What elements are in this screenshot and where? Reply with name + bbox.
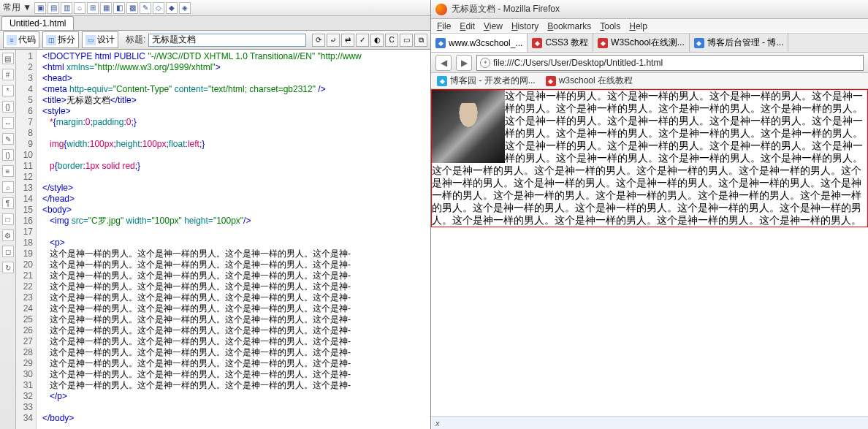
code-tool-icon[interactable]: □ xyxy=(2,213,14,225)
doc-tool-icon[interactable]: ⟳ xyxy=(312,34,325,47)
back-button[interactable]: ◀ xyxy=(435,55,452,71)
code-vertical-toolbar: ▤#*{}↔✎()≡⌕¶□⚙◻↻ xyxy=(0,50,16,429)
insert-icon[interactable]: ⌂ xyxy=(74,2,85,14)
browser-tab[interactable]: ◆www.w3cschool_... xyxy=(431,34,528,52)
code-tool-icon[interactable]: ≡ xyxy=(2,165,14,177)
code-tool-icon[interactable]: * xyxy=(2,85,14,96)
bookmarks-toolbar: ◆博客园 - 开发者的网...◆w3school 在线教程 xyxy=(431,73,868,89)
doc-tool-icon[interactable]: ✓ xyxy=(356,34,369,47)
insert-icon[interactable]: ▣ xyxy=(34,2,46,14)
insert-icon[interactable]: ▦ xyxy=(100,2,112,14)
code-tool-icon[interactable]: ⌕ xyxy=(2,181,14,193)
insert-icon[interactable]: ◧ xyxy=(113,2,125,14)
browser-tab[interactable]: ◆CSS3 教程 xyxy=(528,34,593,52)
tab-label: CSS3 教程 xyxy=(545,37,588,49)
code-editor: ▤#*{}↔✎()≡⌕¶□⚙◻↻ 12345678910111213141516… xyxy=(0,50,430,429)
insert-icon[interactable]: ▥ xyxy=(61,2,72,14)
code-tool-icon[interactable]: ↻ xyxy=(2,262,14,273)
menu-view[interactable]: View xyxy=(484,21,503,31)
insert-icon[interactable]: ▩ xyxy=(126,2,138,14)
doc-title-input[interactable] xyxy=(148,34,306,47)
code-tool-icon[interactable]: {} xyxy=(2,101,14,113)
code-tool-icon[interactable]: () xyxy=(2,149,14,161)
line-gutter: 1234567891011121314151617181920212223242… xyxy=(16,50,37,429)
firefox-statusbar: x xyxy=(431,416,868,429)
doc-tool-icon[interactable]: ⇄ xyxy=(341,34,354,47)
menu-file[interactable]: File xyxy=(437,21,451,31)
tab-label: 博客后台管理 - 博... xyxy=(707,37,784,49)
bookmark-icon: ◆ xyxy=(437,76,447,86)
insert-icons: ▣▤▥⌂⊞▦◧▩✎◇◆◈ xyxy=(34,2,191,14)
doc-tool-icon[interactable]: ▭ xyxy=(400,34,413,47)
firefox-window-title: 无标题文档 - Mozilla Firefox xyxy=(452,3,560,15)
code-icon: ≡ xyxy=(7,35,17,45)
favicon-icon: ◆ xyxy=(598,38,608,48)
address-bar-text: file:///C:/Users/User/Desktop/Untitled-1… xyxy=(493,58,860,68)
browser-tab[interactable]: ◆W3School在线测... xyxy=(593,34,690,52)
doc-tool-icon[interactable]: C xyxy=(385,34,398,47)
tab-label: www.w3cschool_... xyxy=(449,38,522,48)
mode-toolbar: ≡代码 ◫拆分 ▭设计 标题: ⟳⤾⇄✓◐C▭⧉ xyxy=(0,31,430,50)
mode-code-button[interactable]: ≡代码 xyxy=(3,31,39,48)
insert-icon[interactable]: ✎ xyxy=(140,2,151,14)
cristiano-image xyxy=(432,90,505,163)
page-viewport: 这个是神一样的男人。这个是神一样的男人。这个是神一样的男人。这个是神一样的男人。… xyxy=(431,89,868,416)
forward-button[interactable]: ▶ xyxy=(456,55,472,71)
insert-icon[interactable]: ⊞ xyxy=(87,2,99,14)
mode-split-button[interactable]: ◫拆分 xyxy=(42,31,79,48)
code-tool-icon[interactable]: ¶ xyxy=(2,197,14,209)
split-icon: ◫ xyxy=(46,35,56,45)
firefox-nav-bar: ◀ ▶ ✦ file:///C:/Users/User/Desktop/Unti… xyxy=(431,53,868,73)
code-tool-icon[interactable]: ⚙ xyxy=(2,229,14,241)
favicon-icon: ◆ xyxy=(694,38,704,48)
code-area[interactable]: <!DOCTYPE html PUBLIC "-//W3C//DTD XHTML… xyxy=(37,50,430,429)
address-bar[interactable]: ✦ file:///C:/Users/User/Desktop/Untitled… xyxy=(476,55,864,71)
menu-history[interactable]: History xyxy=(511,21,538,31)
globe-icon: ✦ xyxy=(480,58,490,68)
doc-tool-icon[interactable]: ⤾ xyxy=(327,34,340,47)
tab-label: W3School在线测... xyxy=(611,37,685,49)
code-tool-icon[interactable]: ▤ xyxy=(2,53,14,64)
insert-icon[interactable]: ▤ xyxy=(47,2,59,14)
doc-tool-icon[interactable]: ⧉ xyxy=(414,34,427,47)
favicon-icon: ◆ xyxy=(435,38,446,48)
design-icon: ▭ xyxy=(85,35,96,45)
insert-toolbar: 常用 ▼ ▣▤▥⌂⊞▦◧▩✎◇◆◈ xyxy=(0,0,430,16)
bookmark-label: w3school 在线教程 xyxy=(559,75,633,87)
bookmark-item[interactable]: ◆博客园 - 开发者的网... xyxy=(437,75,536,87)
menu-tools[interactable]: Tools xyxy=(600,21,620,31)
mode-code-label: 代码 xyxy=(18,34,36,46)
browser-tab[interactable]: ◆博客后台管理 - 博... xyxy=(690,34,789,52)
doc-tool-icon[interactable]: ◐ xyxy=(370,34,384,47)
insert-icon[interactable]: ◇ xyxy=(153,2,164,14)
document-tab[interactable]: Untitled-1.html xyxy=(1,16,74,30)
bookmark-icon: ◆ xyxy=(546,76,556,86)
document-tab-row: Untitled-1.html xyxy=(0,16,430,31)
doc-tool-icons: ⟳⤾⇄✓◐C▭⧉ xyxy=(312,34,427,47)
insert-category-label[interactable]: 常用 ▼ xyxy=(3,1,31,14)
doc-title-label: 标题: xyxy=(126,34,145,46)
insert-icon[interactable]: ◆ xyxy=(166,2,178,14)
mode-design-button[interactable]: ▭设计 xyxy=(82,31,118,48)
bookmark-label: 博客园 - 开发者的网... xyxy=(450,75,536,87)
menu-edit[interactable]: Edit xyxy=(460,21,475,31)
code-tool-icon[interactable]: ◻ xyxy=(2,246,14,257)
firefox-titlebar: 无标题文档 - Mozilla Firefox xyxy=(431,0,868,19)
status-x-icon[interactable]: x xyxy=(435,419,440,428)
code-tool-icon[interactable]: # xyxy=(2,69,14,80)
menu-help[interactable]: Help xyxy=(629,21,647,31)
rendered-paragraph: 这个是神一样的男人。这个是神一样的男人。这个是神一样的男人。这个是神一样的男人。… xyxy=(431,89,868,227)
menu-bookmarks[interactable]: Bookmarks xyxy=(547,21,591,31)
firefox-tab-strip: ◆www.w3cschool_...◆CSS3 教程◆W3School在线测..… xyxy=(431,34,868,53)
code-tool-icon[interactable]: ↔ xyxy=(2,117,14,129)
mode-design-label: 设计 xyxy=(97,34,115,46)
dreamweaver-panel: 常用 ▼ ▣▤▥⌂⊞▦◧▩✎◇◆◈ Untitled-1.html ≡代码 ◫拆… xyxy=(0,0,431,429)
mode-split-label: 拆分 xyxy=(58,34,75,46)
code-tool-icon[interactable]: ✎ xyxy=(2,133,14,145)
firefox-menubar: FileEditViewHistoryBookmarksToolsHelp xyxy=(431,19,868,34)
bookmark-item[interactable]: ◆w3school 在线教程 xyxy=(546,75,633,87)
firefox-logo-icon xyxy=(435,4,447,15)
firefox-window: 无标题文档 - Mozilla Firefox FileEditViewHist… xyxy=(431,0,868,429)
favicon-icon: ◆ xyxy=(532,38,542,48)
insert-icon[interactable]: ◈ xyxy=(179,2,191,14)
